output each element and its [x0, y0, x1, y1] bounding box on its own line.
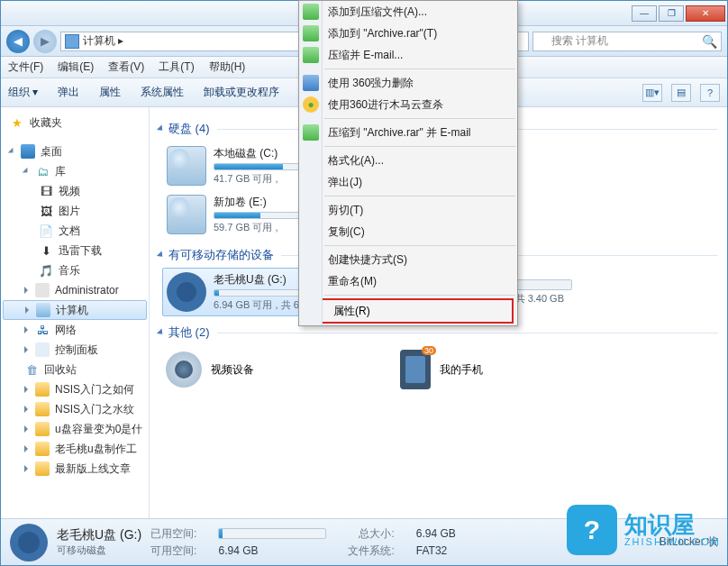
ctx-shortcut[interactable]: 创建快捷方式(S): [299, 249, 517, 270]
total-label: 总大小:: [348, 526, 394, 542]
view-mode-button[interactable]: ▥▾: [642, 84, 662, 102]
menu-edit[interactable]: 编辑(E): [58, 59, 94, 75]
menu-tools[interactable]: 工具(T): [159, 59, 194, 75]
search-input[interactable]: 搜索 计算机 🔍: [532, 32, 722, 51]
nav-desktop[interactable]: 桌面: [3, 142, 147, 161]
ctx-compress-rar-email[interactable]: 压缩到 "Archive.rar" 并 E-mail: [299, 122, 517, 143]
preview-pane-button[interactable]: ▤: [671, 84, 691, 102]
ctx-compress-email[interactable]: 压缩并 E-mail...: [299, 44, 517, 66]
library-icon: 🗂: [35, 164, 50, 178]
nav-label: 最新版上线文章: [55, 461, 131, 477]
nav-label: 视频: [59, 184, 80, 199]
nav-label: 计算机: [56, 303, 88, 318]
expand-icon: [24, 386, 28, 393]
used-bar: [218, 528, 326, 539]
help-button[interactable]: ?: [700, 84, 720, 102]
nav-back-button[interactable]: ◀: [6, 30, 30, 53]
nav-network[interactable]: 🖧网络: [3, 320, 147, 340]
expand-icon: [24, 425, 28, 433]
ctx-format[interactable]: 格式化(A)...: [299, 150, 517, 171]
device-name: 我的手机: [440, 362, 483, 378]
nav-folder[interactable]: u盘容量变为0是什: [3, 419, 147, 439]
ctx-rename[interactable]: 重命名(M): [299, 270, 517, 292]
ctx-360-scan[interactable]: ●使用360进行木马云查杀: [299, 94, 517, 115]
search-icon: 🔍: [702, 34, 717, 49]
expand-icon: [23, 168, 30, 175]
music-icon: 🎵: [39, 263, 53, 278]
device-name: 视频设备: [211, 362, 254, 378]
computer-icon: [65, 34, 79, 49]
nav-favorites[interactable]: ★收藏夹: [3, 113, 147, 132]
ctx-cut[interactable]: 剪切(T): [299, 199, 517, 221]
video-icon: 🎞: [39, 184, 53, 198]
close-button[interactable]: ✕: [686, 5, 725, 22]
nav-folder[interactable]: NSIS入门之如何: [3, 379, 147, 399]
nav-label: 图片: [59, 204, 80, 219]
folder-icon: [35, 382, 50, 397]
free-value: 6.94 GB: [218, 544, 326, 557]
expand-icon: [25, 306, 29, 314]
pictures-icon: 🖼: [39, 204, 53, 218]
eject-button[interactable]: 弹出: [58, 85, 79, 100]
download-icon: ⬇: [39, 243, 53, 258]
group-title: 硬盘 (4): [168, 121, 210, 137]
nav-computer[interactable]: 计算机: [3, 300, 147, 320]
ctx-add-to-rar[interactable]: 添加到 "Archive.rar"(T): [299, 23, 517, 44]
minimize-button[interactable]: —: [632, 5, 657, 22]
nav-control[interactable]: 控制面板: [3, 340, 147, 360]
watermark-text: 知识屋: [624, 513, 721, 536]
watermark: ? 知识屋 ZHISHIWU.COM: [567, 505, 721, 555]
nav-docs[interactable]: 📄文档: [3, 221, 147, 241]
menu-help[interactable]: 帮助(H): [209, 59, 246, 75]
star-icon: ★: [10, 115, 24, 130]
rar-icon: [303, 4, 319, 20]
nav-label: u盘容量变为0是什: [55, 422, 142, 437]
organize-button[interactable]: 组织 ▾: [8, 85, 38, 100]
folder-icon: [35, 442, 50, 456]
phone-icon: 30: [400, 350, 431, 389]
nav-folder[interactable]: 老毛桃u盘制作工: [3, 439, 147, 459]
ctx-copy[interactable]: 复制(C): [299, 221, 517, 242]
collapse-icon: [157, 328, 165, 336]
nav-video[interactable]: 🎞视频: [3, 181, 147, 201]
address-text: 计算机 ▸: [83, 33, 123, 49]
device-camera[interactable]: 视频设备: [162, 345, 384, 394]
menu-file[interactable]: 文件(F): [8, 59, 43, 75]
properties-button[interactable]: 属性: [99, 85, 121, 100]
nav-recycle[interactable]: 🗑回收站: [3, 360, 147, 379]
expand-icon: [24, 445, 28, 452]
ctx-360-delete[interactable]: 使用 360强力删除: [299, 72, 517, 94]
nav-folder[interactable]: 最新版上线文章: [3, 459, 147, 479]
ctx-properties[interactable]: 属性(R): [303, 298, 514, 324]
ctx-eject[interactable]: 弹出(J): [299, 171, 517, 193]
nav-label: 老毛桃u盘制作工: [55, 442, 137, 457]
nav-label: 回收站: [44, 362, 77, 378]
nav-folder[interactable]: NSIS入门之水纹: [3, 399, 147, 419]
nav-label: NSIS入门之水纹: [55, 402, 134, 417]
nav-forward-button[interactable]: ▶: [33, 30, 57, 53]
nav-music[interactable]: 🎵音乐: [3, 260, 147, 280]
device-phone[interactable]: 30 我的手机: [396, 345, 577, 394]
rar-icon: [303, 47, 319, 63]
nav-library[interactable]: 🗂库: [3, 161, 147, 181]
fs-label: 文件系统:: [348, 543, 394, 559]
nav-xunlei[interactable]: ⬇迅雷下载: [3, 241, 147, 260]
maximize-button[interactable]: ❐: [659, 5, 684, 22]
menu-view[interactable]: 查看(V): [108, 59, 144, 75]
folder-icon: [35, 402, 50, 416]
context-menu: 添加到压缩文件(A)... 添加到 "Archive.rar"(T) 压缩并 E…: [298, 0, 518, 326]
phone-badge: 30: [422, 346, 436, 355]
nav-label: Administrator: [55, 284, 119, 297]
uninstall-button[interactable]: 卸载或更改程序: [204, 85, 279, 100]
nav-admin[interactable]: Administrator: [3, 280, 147, 300]
watermark-sub: ZHISHIWU.COM: [624, 536, 721, 547]
nav-label: 控制面板: [55, 342, 98, 358]
nav-label: 收藏夹: [30, 115, 62, 131]
system-properties-button[interactable]: 系统属性: [141, 85, 184, 100]
hdd-icon: [167, 146, 206, 186]
collapse-icon: [157, 251, 165, 259]
nav-pictures[interactable]: 🖼图片: [3, 201, 147, 221]
nav-label: 迅雷下载: [59, 243, 102, 259]
ctx-add-archive[interactable]: 添加到压缩文件(A)...: [299, 1, 517, 23]
nav-label: 库: [55, 164, 66, 179]
